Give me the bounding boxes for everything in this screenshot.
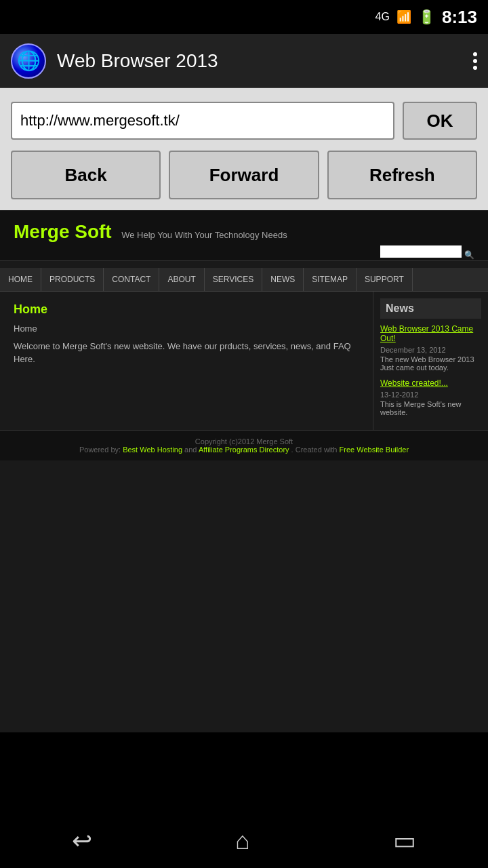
news-link-2[interactable]: Website created!... — [380, 378, 481, 388]
main-body: Welcome to Merge Soft's new website. We … — [14, 340, 359, 366]
android-nav-bar: ↩ ⌂ ▭ — [0, 814, 488, 868]
android-recents-button[interactable]: ▭ — [393, 827, 416, 855]
site-tagline: We Help You With Your Technology Needs — [121, 230, 287, 240]
nav-sitemap[interactable]: SITEMAP — [304, 268, 357, 291]
footer-links: Powered by: Best Web Hosting and Affilia… — [14, 446, 474, 454]
signal-bars: 📶 — [396, 9, 411, 24]
breadcrumb: Home — [14, 322, 359, 336]
search-box[interactable] — [380, 245, 462, 258]
android-home-button[interactable]: ⌂ — [235, 827, 250, 855]
footer-link-builder[interactable]: Free Website Builder — [340, 446, 409, 454]
android-back-button[interactable]: ↩ — [72, 827, 92, 855]
browser-controls: OK Back Forward Refresh — [0, 88, 488, 210]
signal-icon: 4G — [375, 11, 390, 23]
news-date-1: December 13, 2012 — [380, 346, 446, 354]
site-logo: Merge Soft — [14, 221, 112, 242]
news-item-1: Web Browser 2013 Came Out! December 13, … — [380, 324, 481, 372]
nav-support[interactable]: SUPPORT — [357, 268, 413, 291]
time-display: 8:13 — [442, 7, 477, 28]
sidebar: News Web Browser 2013 Came Out! December… — [373, 292, 488, 430]
battery-icon: 🔋 — [418, 9, 435, 25]
nav-about[interactable]: ABOUT — [159, 268, 204, 291]
status-bar: 4G 📶 🔋 8:13 — [0, 0, 488, 34]
ok-button[interactable]: OK — [403, 102, 477, 140]
site-nav: HOME PRODUCTS CONTACT ABOUT SERVICES NEW… — [0, 268, 488, 292]
nav-services[interactable]: SERVICES — [205, 268, 262, 291]
app-bar: 🌐 Web Browser 2013 — [0, 34, 488, 88]
news-excerpt-1: The new Web Browser 2013 Just came out t… — [380, 355, 481, 372]
site-content: Home Home Welcome to Merge Soft's new we… — [0, 292, 488, 430]
refresh-button[interactable]: Refresh — [327, 151, 477, 199]
nav-contact[interactable]: CONTACT — [104, 268, 159, 291]
url-row: OK — [11, 102, 477, 140]
news-excerpt-2: This is Merge Soft's new website. — [380, 400, 481, 416]
news-link-1[interactable]: Web Browser 2013 Came Out! — [380, 324, 481, 343]
forward-button[interactable]: Forward — [169, 151, 319, 199]
news-date-2: 13-12-2012 — [380, 391, 418, 399]
site-header: Merge Soft We Help You With Your Technol… — [0, 210, 488, 261]
nav-home[interactable]: HOME — [0, 268, 41, 291]
app-icon: 🌐 — [11, 43, 46, 79]
app-title: Web Browser 2013 — [57, 50, 473, 72]
nav-news[interactable]: NEWS — [262, 268, 304, 291]
url-input[interactable] — [11, 102, 394, 140]
nav-row: Back Forward Refresh — [11, 151, 477, 199]
site-footer: Copyright (c)2012 Merge Soft Powered by:… — [0, 430, 488, 460]
back-button[interactable]: Back — [11, 151, 161, 199]
nav-products[interactable]: PRODUCTS — [41, 268, 104, 291]
main-content: Home Home Welcome to Merge Soft's new we… — [0, 292, 373, 430]
footer-link-hosting[interactable]: Best Web Hosting — [123, 446, 182, 454]
footer-copyright: Copyright (c)2012 Merge Soft — [14, 437, 474, 446]
webpage-frame: Merge Soft We Help You With Your Technol… — [0, 210, 488, 732]
footer-link-affiliate[interactable]: Affiliate Programs Directory — [199, 446, 289, 454]
sidebar-heading: News — [380, 298, 481, 319]
news-item-2: Website created!... 13-12-2012 This is M… — [380, 378, 481, 416]
page-heading: Home — [14, 302, 359, 317]
menu-button[interactable] — [473, 52, 477, 70]
